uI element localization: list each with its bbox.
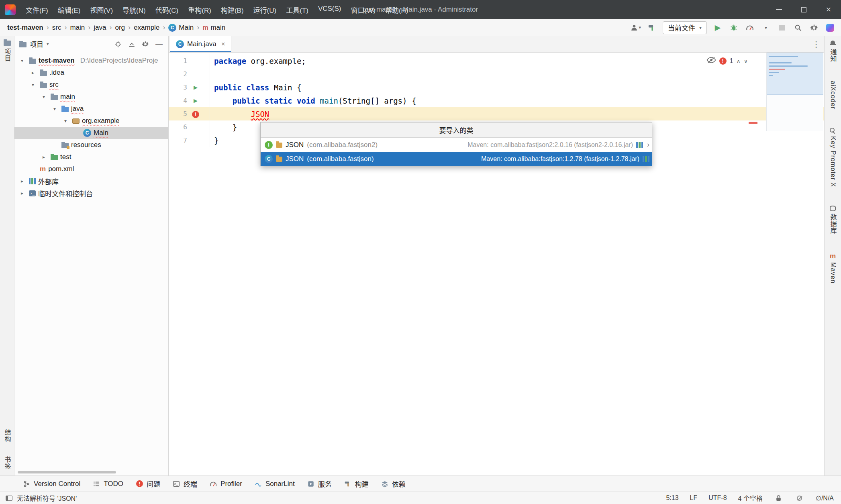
prev-error-icon[interactable]: ∧ bbox=[737, 58, 741, 64]
tree-item[interactable]: ▾main bbox=[14, 91, 168, 103]
stop-button[interactable] bbox=[777, 22, 787, 34]
code-editor[interactable]: 1package org.example;23▶public class Mai… bbox=[169, 53, 824, 475]
toolwindow-button[interactable]: 构建 bbox=[344, 479, 369, 489]
build-hammer-icon[interactable] bbox=[647, 22, 657, 34]
caret-position[interactable]: 5:13 bbox=[666, 494, 678, 502]
toolwindow-button[interactable]: !问题 bbox=[135, 479, 160, 489]
tree-item[interactable]: ▾src bbox=[14, 79, 168, 91]
code-line[interactable]: 3▶public class Main { bbox=[169, 81, 824, 94]
debug-button[interactable] bbox=[729, 22, 739, 34]
hide-panel-icon[interactable]: — bbox=[154, 39, 164, 49]
menu-item[interactable]: 帮助(H) bbox=[381, 3, 413, 16]
toolwindow-button[interactable]: 依赖 bbox=[381, 479, 406, 489]
stripe-button[interactable]: aiXcoder bbox=[829, 81, 837, 109]
stripe-button[interactable]: 书签 bbox=[2, 456, 12, 470]
toolwindow-button[interactable]: 服务 bbox=[307, 479, 332, 489]
stripe-button[interactable]: 项目 bbox=[2, 39, 12, 62]
import-option[interactable]: CJSON(com.alibaba.fastjson)Maven: com.al… bbox=[261, 152, 652, 166]
code-line[interactable]: 5! JSON bbox=[169, 107, 824, 120]
tree-item[interactable]: resources bbox=[14, 139, 168, 151]
breadcrumb-item[interactable]: main bbox=[70, 24, 85, 32]
breadcrumb-item[interactable]: java bbox=[94, 24, 106, 32]
run-more-caret-icon[interactable]: ▾ bbox=[761, 22, 771, 34]
menu-item[interactable]: 工具(T) bbox=[282, 3, 313, 16]
menu-item[interactable]: 导航(N) bbox=[118, 3, 150, 16]
import-option[interactable]: IJSON(com.alibaba.fastjson2)Maven: com.a… bbox=[261, 138, 652, 152]
breadcrumb-item[interactable]: org bbox=[115, 24, 125, 32]
profile-button[interactable] bbox=[745, 22, 755, 34]
tree-chevron-icon[interactable]: ▸ bbox=[18, 190, 27, 196]
tree-item[interactable]: ▸›_临时文件和控制台 bbox=[14, 187, 168, 199]
maximize-button[interactable] bbox=[791, 0, 816, 19]
error-stripe-mark[interactable] bbox=[749, 122, 757, 124]
readonly-lock-icon[interactable] bbox=[774, 494, 784, 502]
stripe-button[interactable]: Key Promoter X bbox=[829, 128, 837, 187]
highlight-level-icon[interactable] bbox=[706, 57, 716, 65]
tree-chevron-icon[interactable]: ▾ bbox=[18, 58, 27, 63]
toolwindow-button[interactable]: TODO bbox=[92, 480, 123, 488]
tree-item[interactable]: ▾test-mavenD:\IdeaProjects\IdeaProje bbox=[14, 55, 168, 67]
menu-item[interactable]: 窗口(W) bbox=[347, 3, 380, 16]
tree-chevron-icon[interactable]: ▸ bbox=[39, 154, 48, 160]
user-icon[interactable]: ▾ bbox=[630, 22, 641, 34]
tree-chevron-icon[interactable]: ▾ bbox=[29, 82, 37, 88]
stripe-button[interactable]: mMaven bbox=[829, 253, 837, 284]
breadcrumb-item[interactable]: example bbox=[134, 24, 159, 32]
tree-item[interactable]: ▸.idea bbox=[14, 67, 168, 79]
toolwindow-button[interactable]: Version Control bbox=[22, 480, 80, 488]
menu-item[interactable]: 文件(F) bbox=[21, 3, 53, 16]
tree-item[interactable]: ▸外部库 bbox=[14, 175, 168, 187]
menu-item[interactable]: 编辑(E) bbox=[53, 3, 85, 16]
breadcrumb-item[interactable]: src bbox=[52, 24, 61, 32]
settings-gear-icon[interactable] bbox=[809, 22, 819, 34]
tab-main-java[interactable]: C Main.java × bbox=[170, 36, 231, 52]
toolwindow-button[interactable]: 终端 bbox=[172, 479, 197, 489]
toolwindow-button[interactable]: SonarLint bbox=[254, 480, 295, 488]
menu-item[interactable]: 构建(B) bbox=[216, 3, 248, 16]
tree-chevron-icon[interactable]: ▸ bbox=[29, 70, 37, 75]
breadcrumb-item[interactable]: mmain bbox=[202, 24, 225, 32]
breadcrumb-item[interactable]: test-maven bbox=[7, 24, 43, 32]
close-button[interactable]: × bbox=[816, 0, 841, 19]
run-line-icon[interactable]: ▶ bbox=[190, 84, 202, 90]
indent-size[interactable]: 4 个空格 bbox=[738, 493, 763, 503]
ai-plugin-icon[interactable] bbox=[825, 22, 835, 34]
run-button[interactable]: ▶ bbox=[712, 22, 723, 34]
tree-chevron-icon[interactable]: ▾ bbox=[50, 106, 59, 112]
minimap[interactable] bbox=[766, 53, 823, 131]
tree-chevron-icon[interactable]: ▸ bbox=[18, 178, 27, 184]
minimize-button[interactable] bbox=[766, 0, 791, 19]
stripe-button[interactable]: 数据库 bbox=[828, 206, 838, 234]
search-icon[interactable] bbox=[793, 22, 803, 34]
tab-close-icon[interactable]: × bbox=[221, 40, 225, 48]
menu-item[interactable]: 运行(U) bbox=[249, 3, 281, 16]
tree-item[interactable]: ▾java bbox=[14, 103, 168, 115]
toolwindow-toggle-icon[interactable] bbox=[4, 494, 14, 502]
breadcrumb-item[interactable]: CMain bbox=[168, 24, 194, 32]
run-config-select[interactable]: 当前文件 ▾ bbox=[663, 21, 707, 34]
tab-options-icon[interactable]: ⋮ bbox=[812, 39, 820, 49]
memory-indicator[interactable]: ∅/N/A bbox=[816, 494, 834, 502]
tree-chevron-icon[interactable]: ▾ bbox=[39, 94, 48, 100]
collapse-all-icon[interactable] bbox=[127, 39, 137, 49]
code-line[interactable]: 2 bbox=[169, 67, 824, 81]
toolwindow-button[interactable]: Profiler bbox=[209, 480, 242, 488]
next-error-icon[interactable]: ∨ bbox=[744, 58, 748, 64]
code-line[interactable]: 4▶ public static void main(String[] args… bbox=[169, 94, 824, 107]
tree-item[interactable]: ▸test bbox=[14, 151, 168, 163]
locate-file-icon[interactable] bbox=[113, 39, 123, 49]
panel-settings-icon[interactable] bbox=[140, 39, 151, 49]
stripe-button[interactable]: 通知 bbox=[828, 40, 838, 62]
project-view-caret-icon[interactable]: ▾ bbox=[47, 41, 49, 47]
tree-item[interactable]: mpom.xml bbox=[14, 163, 168, 175]
menu-item[interactable]: 重构(R) bbox=[184, 3, 216, 16]
menu-item[interactable]: 代码(C) bbox=[151, 3, 183, 16]
run-line-icon[interactable]: ▶ bbox=[190, 98, 202, 104]
horizontal-scrollbar[interactable] bbox=[18, 471, 116, 473]
line-separator[interactable]: LF bbox=[690, 494, 698, 502]
tree-chevron-icon[interactable]: ▾ bbox=[61, 118, 70, 124]
menu-item[interactable]: VCS(S) bbox=[314, 3, 346, 16]
tree-item[interactable]: ▾org.example bbox=[14, 115, 168, 127]
menu-item[interactable]: 视图(V) bbox=[86, 3, 117, 16]
file-encoding[interactable]: UTF-8 bbox=[708, 494, 727, 502]
